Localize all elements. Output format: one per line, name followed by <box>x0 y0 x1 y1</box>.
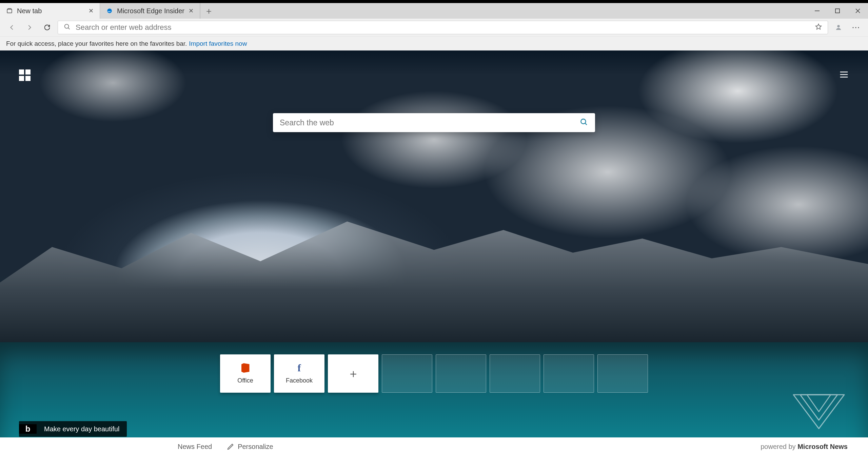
tile-label: Facebook <box>286 377 313 384</box>
bing-motto-text: Make every day beautiful <box>37 425 127 433</box>
nav-refresh-button[interactable] <box>40 20 54 35</box>
nav-back-button[interactable] <box>5 20 19 35</box>
ntp-search-submit-icon[interactable] <box>579 118 588 128</box>
background-mountains <box>0 204 868 346</box>
settings-more-button[interactable]: ⋯ <box>849 20 863 35</box>
tile-label: Office <box>237 377 253 384</box>
favorites-hint-text: For quick access, place your favorites h… <box>6 40 187 47</box>
tab-title: New tab <box>17 7 84 15</box>
svg-point-4 <box>837 25 840 27</box>
tile-empty-slot[interactable] <box>382 354 432 393</box>
svg-point-1 <box>107 8 112 13</box>
tile-empty-slot[interactable] <box>544 354 594 393</box>
toolbar: ⋯ <box>0 19 868 36</box>
new-tab-page: Office f Facebook ＋ b Make every day bea… <box>0 50 868 456</box>
tile-empty-slot[interactable] <box>490 354 540 393</box>
profile-button[interactable] <box>831 20 846 35</box>
verge-watermark-icon <box>790 391 848 432</box>
news-feed-link[interactable]: News Feed <box>178 443 212 451</box>
powered-by-text: powered by Microsoft News <box>761 443 848 451</box>
tab-close-icon[interactable]: ✕ <box>88 7 94 15</box>
tile-facebook[interactable]: f Facebook <box>274 354 324 393</box>
window-top-border <box>0 0 868 3</box>
bing-motto-pill[interactable]: b Make every day beautiful <box>19 421 127 437</box>
tab-favicon-newtab-icon <box>6 7 13 14</box>
bing-logo-icon: b <box>19 424 37 434</box>
tab-close-icon[interactable]: ✕ <box>189 7 194 15</box>
ntp-search-input[interactable] <box>280 118 579 127</box>
tile-empty-slot[interactable] <box>436 354 486 393</box>
tile-add-site[interactable]: ＋ <box>328 354 378 393</box>
plus-icon: ＋ <box>348 366 359 382</box>
window-minimize-button[interactable] <box>807 3 827 19</box>
ntp-search-box[interactable] <box>273 113 595 132</box>
ntp-footer: News Feed Personalize powered by Microso… <box>0 437 868 456</box>
address-input[interactable] <box>76 23 810 32</box>
import-favorites-link[interactable]: Import favorites now <box>189 40 247 47</box>
svg-point-5 <box>581 119 586 124</box>
window-close-button[interactable] <box>848 3 868 19</box>
svg-rect-2 <box>835 9 840 13</box>
personalize-label: Personalize <box>238 443 273 451</box>
page-settings-button[interactable] <box>839 69 849 81</box>
favorites-bar-hint: For quick access, place your favorites h… <box>0 36 868 50</box>
quick-links-row: Office f Facebook ＋ <box>220 354 648 393</box>
svg-rect-0 <box>7 9 12 13</box>
microsoft-logo-icon[interactable] <box>19 69 31 81</box>
new-tab-button[interactable]: ＋ <box>200 3 217 19</box>
office-icon <box>240 363 251 373</box>
favorite-star-icon[interactable] <box>815 23 822 32</box>
tab-title: Microsoft Edge Insider <box>117 7 184 15</box>
personalize-button[interactable]: Personalize <box>227 443 273 451</box>
pencil-icon <box>227 443 234 450</box>
address-bar[interactable] <box>58 21 828 34</box>
tab-strip: New tab ✕ Microsoft Edge Insider ✕ ＋ <box>0 3 868 19</box>
facebook-icon: f <box>294 363 304 373</box>
tile-office[interactable]: Office <box>220 354 271 393</box>
tab-new-tab[interactable]: New tab ✕ <box>0 3 100 19</box>
search-icon <box>63 23 71 32</box>
nav-forward-button[interactable] <box>22 20 37 35</box>
svg-point-3 <box>65 24 69 28</box>
tab-favicon-edge-icon <box>106 7 113 14</box>
tab-edge-insider[interactable]: Microsoft Edge Insider ✕ <box>100 3 200 19</box>
tile-empty-slot[interactable] <box>597 354 648 393</box>
window-maximize-button[interactable] <box>827 3 848 19</box>
